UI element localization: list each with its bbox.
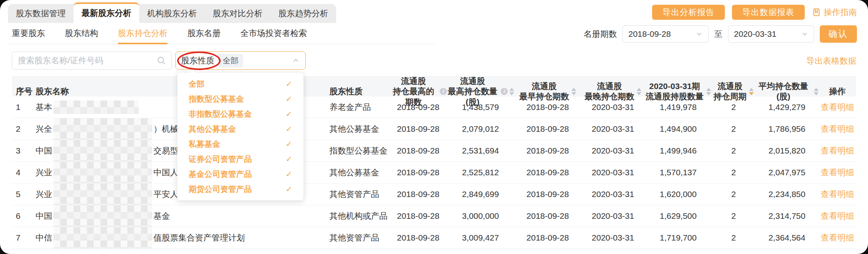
sub-tab-股东持仓分析[interactable]: 股东持仓分析 xyxy=(118,25,168,44)
header-label: 股东名称 xyxy=(36,86,69,97)
table-row: 6中国基金其他机构或产品2018-09-283,000,0002018-09-2… xyxy=(12,205,856,227)
column-header-最晚持仓期数: 流通股最晚持仓期数 xyxy=(581,81,645,102)
sort-control[interactable] xyxy=(706,88,711,95)
cell-nature: 其他资管产品 xyxy=(314,232,390,243)
dropdown-option-期货公司资管产品[interactable]: 期货公司资管产品✓ xyxy=(178,182,303,197)
shareholder-nature-select[interactable]: 股东性质 全部 xyxy=(175,51,306,70)
nature-selected-tag: 全部 xyxy=(218,54,243,67)
book-icon xyxy=(812,8,821,17)
view-detail-link[interactable]: 查看明细 xyxy=(821,145,854,156)
cell-index: 7 xyxy=(12,233,36,243)
screen: 股东数据管理最新股东分析机构股东分析股东对比分析股东趋势分析 导出分析报告 导出… xyxy=(0,0,868,254)
cell-index: 5 xyxy=(12,190,36,199)
top-tab-股东数据管理[interactable]: 股东数据管理 xyxy=(8,4,74,23)
column-header-股东性质: 股东性质 xyxy=(314,86,390,97)
register-period-label: 名册期数 xyxy=(584,28,617,40)
sub-tab-重要股东[interactable]: 重要股东 xyxy=(12,25,45,44)
view-detail-link[interactable]: 查看明细 xyxy=(821,232,854,243)
chevron-down-icon xyxy=(696,30,703,38)
start-period-select[interactable]: 2018-09-28 xyxy=(622,25,709,43)
export-report-button[interactable]: 导出分析报告 xyxy=(652,5,725,20)
view-detail-link[interactable]: 查看明细 xyxy=(821,210,854,222)
sort-desc-icon[interactable] xyxy=(814,92,819,95)
sort-asc-icon[interactable] xyxy=(749,88,754,91)
cell-peak-period: 2018-09-28 xyxy=(390,146,447,155)
check-icon: ✓ xyxy=(286,169,292,179)
sort-asc-icon[interactable] xyxy=(571,88,576,91)
sort-desc-icon[interactable] xyxy=(749,92,754,95)
cell-peak-qty: 3,000,000 xyxy=(447,211,514,221)
dropdown-option-私募基金[interactable]: 私募基金✓ xyxy=(178,136,303,152)
info-icon[interactable]: i xyxy=(501,88,508,95)
name-prefix: 中国 xyxy=(36,145,52,156)
nature-dropdown-panel: 全部✓指数型公募基金✓非指数型公募基金✓其他公募基金✓私募基金✓证券公司资管产品… xyxy=(177,72,304,201)
header-line: 流通股持股数量 xyxy=(646,91,704,102)
sub-tab-股东名册[interactable]: 股东名册 xyxy=(187,25,221,44)
cell-peak-period: 2018-09-28 xyxy=(390,124,447,134)
dropdown-option-label: 指数型公募基金 xyxy=(189,94,244,104)
top-tab-股东对比分析[interactable]: 股东对比分析 xyxy=(205,4,270,23)
name-privacy-mosaic xyxy=(53,205,152,227)
cell-last-period: 2020-03-31 xyxy=(581,233,645,243)
search-input[interactable] xyxy=(12,56,157,65)
export-data-button[interactable]: 导出数据报表 xyxy=(732,5,805,20)
dropdown-option-label: 证券公司资管产品 xyxy=(189,154,252,165)
sort-control[interactable] xyxy=(571,88,576,95)
sort-control[interactable] xyxy=(637,88,641,95)
name-prefix: 中信 xyxy=(36,232,52,243)
header-line: 流通股 xyxy=(713,81,747,91)
sort-control[interactable] xyxy=(509,88,514,95)
cell-peak-period: 2018-09-28 xyxy=(390,102,447,112)
cell-qty-2020-03-31: 1,494,900 xyxy=(645,124,712,134)
cell-avg-qty: 2,234,850 xyxy=(755,190,819,199)
sort-desc-icon[interactable] xyxy=(571,92,576,95)
name-privacy-mosaic xyxy=(53,184,152,205)
dropdown-option-非指数型公募基金[interactable]: 非指数型公募基金✓ xyxy=(178,106,303,121)
header-line: 流通股 xyxy=(447,76,498,86)
top-tab-最新股东分析[interactable]: 最新股东分析 xyxy=(74,2,139,23)
dropdown-option-证券公司资管产品[interactable]: 证券公司资管产品✓ xyxy=(178,152,303,167)
sort-control[interactable] xyxy=(749,88,754,95)
sort-asc-icon[interactable] xyxy=(814,88,819,91)
view-detail-link[interactable]: 查看明细 xyxy=(821,123,854,135)
confirm-button[interactable]: 确认 xyxy=(820,25,857,43)
sub-tab-股东结构[interactable]: 股东结构 xyxy=(65,25,98,44)
view-detail-link[interactable]: 查看明细 xyxy=(821,189,854,200)
search-icon[interactable] xyxy=(157,56,166,65)
view-detail-link[interactable]: 查看明细 xyxy=(821,102,854,113)
sort-asc-icon[interactable] xyxy=(637,88,641,91)
top-tab-机构股东分析[interactable]: 机构股东分析 xyxy=(139,4,205,23)
to-label: 至 xyxy=(714,28,722,40)
sort-asc-icon[interactable] xyxy=(509,88,514,91)
view-detail-link[interactable]: 查看明细 xyxy=(821,167,854,178)
top-tab-股东趋势分析[interactable]: 股东趋势分析 xyxy=(270,4,336,23)
export-table-link[interactable]: 导出表格数据 xyxy=(806,55,856,66)
holdings-table: 序号股东名称股东性质流通股持仓最高的期数i流通股最高持仓数量(股)i流通股最早持… xyxy=(12,76,856,249)
dropdown-option-基金公司资管产品[interactable]: 基金公司资管产品✓ xyxy=(178,167,303,182)
dropdown-option-label: 私募基金 xyxy=(189,139,220,150)
dropdown-option-全部[interactable]: 全部✓ xyxy=(178,76,303,91)
sort-desc-icon[interactable] xyxy=(637,92,641,95)
dropdown-option-指数型公募基金[interactable]: 指数型公募基金✓ xyxy=(178,91,303,106)
column-header-最早持仓期数: 流通股最早持仓期数 xyxy=(514,81,581,102)
header-lines: 流通股最早持仓期数 xyxy=(519,81,569,102)
header-icons xyxy=(706,88,711,95)
cell-qty-2020-03-31: 1,419,978 xyxy=(645,102,712,112)
dropdown-option-其他公募基金[interactable]: 其他公募基金✓ xyxy=(178,121,303,136)
cell-qty-2020-03-31: 1,499,946 xyxy=(645,146,712,155)
cell-qty-2020-03-31: 1,620,000 xyxy=(645,190,712,199)
sort-desc-icon[interactable] xyxy=(706,92,711,95)
cell-shareholder-name: 中国基金 xyxy=(36,205,314,227)
sort-desc-icon[interactable] xyxy=(509,92,514,95)
end-period-select[interactable]: 2020-03-31 xyxy=(728,25,814,43)
sort-asc-icon[interactable] xyxy=(706,88,711,91)
sort-control[interactable] xyxy=(814,88,819,95)
cell-qty-2020-03-31: 1,629,500 xyxy=(645,211,712,221)
info-icon[interactable]: i xyxy=(440,88,447,95)
table-row: 5兴业平安人寿其他资管产品2018-09-282,849,6992018-09-… xyxy=(12,184,856,205)
cell-holding-cycle: 2 xyxy=(712,102,755,112)
sub-tab-全市场投资者检索[interactable]: 全市场投资者检索 xyxy=(240,25,307,44)
guide-link[interactable]: 操作指南 xyxy=(812,7,857,18)
cell-qty-2020-03-31: 1,719,700 xyxy=(645,233,712,243)
table-row: 2兴全）机械制其他公募基金2018-09-282,079,0122018-09-… xyxy=(12,118,856,140)
